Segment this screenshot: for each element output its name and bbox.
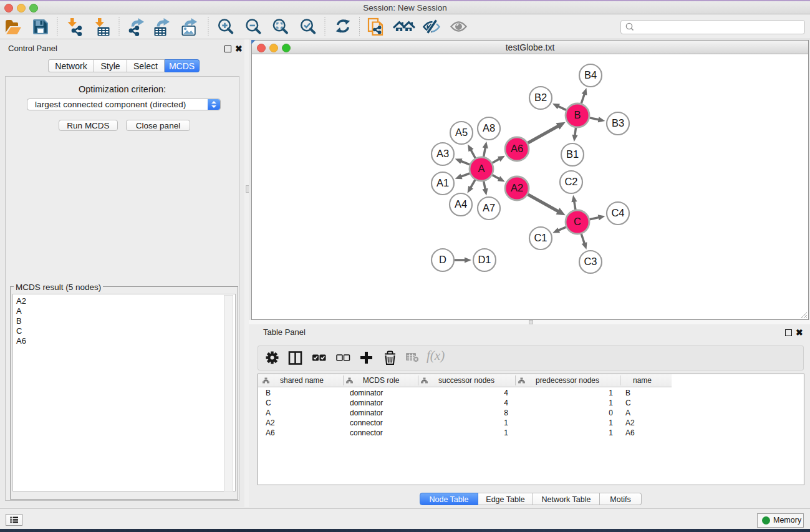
svg-text:B1: B1: [566, 148, 579, 160]
svg-text:A4: A4: [455, 198, 467, 210]
svg-text:C2: C2: [564, 176, 577, 187]
svg-text:C1: C1: [534, 232, 547, 243]
svg-text:B: B: [574, 109, 581, 120]
svg-text:D: D: [439, 254, 446, 265]
svg-text:A6: A6: [511, 143, 523, 154]
svg-text:B3: B3: [612, 117, 624, 128]
svg-text:A8: A8: [483, 122, 495, 133]
svg-text:A5: A5: [455, 127, 468, 138]
svg-text:B2: B2: [534, 92, 547, 103]
svg-text:C4: C4: [611, 207, 624, 218]
svg-text:A2: A2: [511, 182, 523, 193]
svg-text:A3: A3: [436, 148, 449, 159]
svg-text:A1: A1: [436, 177, 449, 188]
svg-text:A: A: [478, 163, 485, 174]
svg-text:D1: D1: [478, 254, 491, 265]
svg-text:A7: A7: [483, 202, 495, 213]
svg-text:C: C: [574, 216, 581, 227]
svg-text:B4: B4: [584, 69, 597, 80]
svg-text:C3: C3: [584, 256, 597, 267]
